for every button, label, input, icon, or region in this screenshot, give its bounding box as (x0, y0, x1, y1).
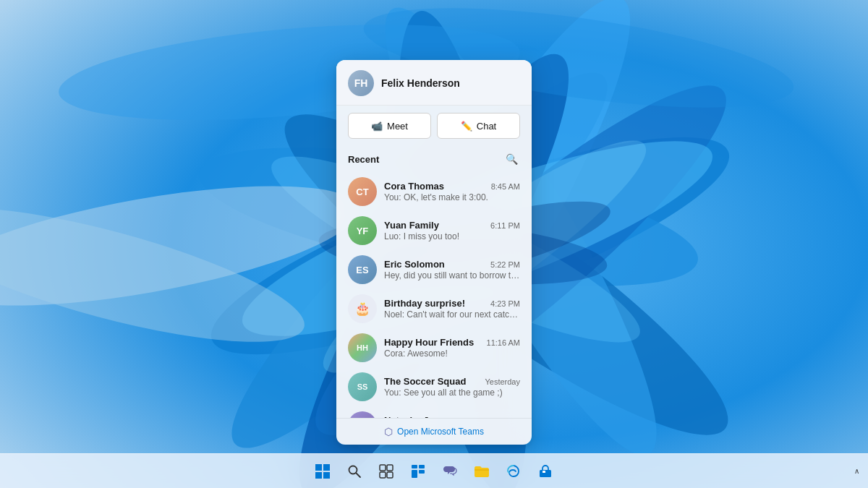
search-taskbar-button[interactable] (340, 457, 369, 486)
conv-preview: You: See you all at the game ;) (384, 388, 520, 398)
svg-rect-28 (387, 472, 393, 478)
conv-time: 4:23 PM (490, 299, 520, 308)
svg-rect-30 (419, 465, 425, 468)
panel-header: FH Felix Henderson (336, 60, 532, 106)
teams-chat-button[interactable] (435, 457, 464, 486)
svg-rect-21 (315, 472, 322, 479)
conv-info: Happy Hour Friends 11:16 AM Cora: Awesom… (384, 337, 520, 359)
conv-info: Cora Thomas 8:45 AM You: OK, let's make … (384, 181, 520, 202)
conv-time: 6:11 PM (490, 221, 520, 230)
conv-preview: Luo: I miss you too! (384, 231, 520, 241)
list-item[interactable]: HH Happy Hour Friends 11:16 AM Cora: Awe… (336, 328, 532, 367)
teams-icon: ⬡ (384, 426, 393, 437)
meet-label: Meet (387, 121, 408, 132)
avatar: HH (348, 333, 377, 362)
conv-time: 8:45 AM (491, 182, 520, 191)
recent-header: Recent 🔍 (336, 146, 532, 172)
search-icon (347, 464, 362, 479)
start-button[interactable] (308, 457, 337, 486)
edge-browser-button[interactable] (499, 457, 528, 486)
list-item[interactable]: 🎂 Birthday surprise! 4:23 PM Noel: Can't… (336, 289, 532, 328)
conv-name: Birthday surprise! (384, 298, 465, 309)
svg-point-23 (349, 466, 357, 474)
windows-icon (315, 463, 331, 479)
conv-name: Yuan Family (384, 220, 439, 231)
chat-label: Chat (477, 121, 496, 132)
chat-panel: FH Felix Henderson 📹 Meet ✏️ Chat Recent… (336, 60, 532, 445)
edge-icon (506, 464, 521, 479)
conv-top: Happy Hour Friends 11:16 AM (384, 337, 520, 348)
teams-chat-icon (442, 463, 458, 479)
conv-time: 11:16 AM (487, 338, 520, 347)
widgets-button[interactable] (404, 457, 433, 486)
svg-rect-27 (380, 472, 386, 478)
avatar: SS (348, 372, 377, 401)
taskbar: ∧ (0, 453, 868, 488)
conv-preview: Hey, did you still want to borrow the no… (384, 270, 520, 281)
list-item[interactable]: CT Cora Thomas 8:45 AM You: OK, let's ma… (336, 172, 532, 211)
list-item[interactable]: ES Eric Solomon 5:22 PM Hey, did you sti… (336, 250, 532, 289)
svg-rect-32 (419, 470, 425, 474)
conversation-list: CT Cora Thomas 8:45 AM You: OK, let's ma… (336, 172, 532, 418)
list-item[interactable]: YF Yuan Family 6:11 PM Luo: I miss you t… (336, 211, 532, 250)
svg-rect-20 (323, 464, 330, 471)
conv-info: The Soccer Squad Yesterday You: See you … (384, 376, 520, 398)
chat-button[interactable]: ✏️ Chat (437, 113, 520, 139)
footer-label: Open Microsoft Teams (397, 427, 484, 437)
widgets-icon (411, 464, 425, 479)
conv-time: 5:22 PM (490, 260, 520, 269)
svg-rect-22 (323, 472, 330, 479)
avatar: NJ (348, 411, 377, 418)
avatar: CT (348, 177, 377, 206)
conv-top: Cora Thomas 8:45 AM (384, 181, 520, 192)
file-explorer-button[interactable] (467, 457, 496, 486)
conv-name: Cora Thomas (384, 181, 444, 192)
svg-rect-29 (412, 465, 417, 468)
recent-label: Recent (348, 154, 379, 165)
store-button[interactable] (531, 457, 560, 486)
conv-info: Eric Solomon 5:22 PM Hey, did you still … (384, 259, 520, 281)
file-explorer-icon (474, 464, 490, 479)
list-item[interactable]: NJ Natasha Jones Yesterday You: That's g… (336, 406, 532, 418)
taskbar-right: ∧ (854, 467, 859, 475)
open-teams-button[interactable]: ⬡ Open Microsoft Teams (336, 418, 532, 445)
svg-rect-34 (542, 471, 545, 473)
svg-rect-19 (315, 464, 322, 471)
conv-time: Yesterday (485, 377, 520, 386)
svg-line-24 (357, 473, 361, 477)
conv-name: Happy Hour Friends (384, 337, 474, 348)
conv-preview: You: OK, let's make it 3:00. (384, 192, 520, 202)
conv-top: Yuan Family 6:11 PM (384, 220, 520, 231)
conv-info: Yuan Family 6:11 PM Luo: I miss you too! (384, 220, 520, 241)
task-view-button[interactable] (372, 457, 401, 486)
conv-name: Natasha Jones (384, 415, 451, 418)
chevron-up-icon: ∧ (854, 467, 859, 475)
conv-time: Yesterday (485, 416, 520, 419)
conv-info: Birthday surprise! 4:23 PM Noel: Can't w… (384, 298, 520, 320)
action-buttons: 📹 Meet ✏️ Chat (336, 106, 532, 146)
store-icon (538, 464, 553, 479)
conv-preview: Noel: Can't wait for our next catch up! (384, 309, 520, 320)
conv-top: Natasha Jones Yesterday (384, 415, 520, 418)
meet-button[interactable]: 📹 Meet (348, 113, 431, 139)
svg-rect-31 (412, 470, 417, 478)
avatar: ES (348, 255, 377, 284)
svg-rect-26 (387, 465, 393, 471)
user-avatar: FH (348, 70, 374, 96)
conv-top: The Soccer Squad Yesterday (384, 376, 520, 387)
conv-top: Eric Solomon 5:22 PM (384, 259, 520, 270)
user-name: Felix Henderson (381, 77, 460, 89)
conv-top: Birthday surprise! 4:23 PM (384, 298, 520, 309)
conv-info: Natasha Jones Yesterday You: That's grea… (384, 415, 520, 418)
search-button[interactable]: 🔍 (503, 150, 520, 168)
list-item[interactable]: SS The Soccer Squad Yesterday You: See y… (336, 367, 532, 406)
avatar: YF (348, 216, 377, 245)
video-icon: 📹 (371, 121, 383, 132)
avatar: 🎂 (348, 294, 377, 323)
conv-name: The Soccer Squad (384, 376, 466, 387)
chat-icon: ✏️ (461, 121, 472, 132)
task-view-icon (379, 464, 393, 479)
svg-rect-25 (380, 465, 386, 471)
conv-preview: Cora: Awesome! (384, 348, 520, 359)
taskbar-icons (308, 457, 560, 486)
